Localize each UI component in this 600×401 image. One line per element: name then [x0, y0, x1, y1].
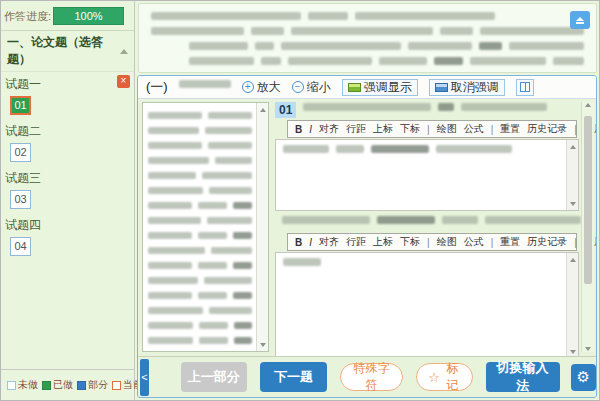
question-intro-text: [151, 12, 584, 65]
switch-ime-button[interactable]: 切换输入法: [486, 362, 560, 392]
zoom-in-button[interactable]: + 放大: [242, 79, 281, 96]
highlight-icon: [348, 83, 361, 92]
scroll-up-icon[interactable]: [582, 103, 594, 107]
editor-tool[interactable]: 上标: [373, 122, 393, 136]
redacted-segment: [215, 157, 252, 164]
editor-tool[interactable]: I: [309, 237, 312, 248]
redacted-segment: [151, 27, 244, 35]
redacted-text-line: [148, 125, 252, 136]
question-item-04[interactable]: 04: [10, 237, 31, 256]
redacted-segment: [207, 217, 252, 224]
editor-tool[interactable]: I: [309, 124, 312, 135]
redacted-text-line: [148, 230, 252, 241]
collapse-caret-icon[interactable]: [120, 49, 128, 54]
question-item-01[interactable]: 01: [10, 96, 31, 115]
legend-item-partial: 部分: [77, 378, 108, 392]
editor-tool[interactable]: 上标: [373, 235, 393, 249]
editor-tool[interactable]: B: [295, 124, 302, 135]
toolbar-separator: |: [427, 124, 430, 135]
redacted-segment: [202, 172, 252, 179]
answer-title-row: 01: [275, 101, 579, 119]
editor-tool[interactable]: 公式: [464, 235, 484, 249]
progress-bar: 100%: [53, 7, 124, 25]
redacted-segment: [148, 262, 192, 269]
question-group-title: 试题一: [5, 77, 41, 91]
answer-editor-1[interactable]: [275, 139, 579, 211]
editor-tool[interactable]: 历史记录: [527, 122, 567, 136]
star-icon: ☆: [428, 370, 440, 385]
editor-tool[interactable]: 重置: [500, 235, 520, 249]
editor-tool[interactable]: 对齐: [319, 235, 339, 249]
mark-button[interactable]: ☆ 标记: [416, 363, 472, 391]
answer-editor-2[interactable]: [275, 252, 579, 359]
redacted-segment: [255, 42, 275, 50]
redacted-segment: [204, 277, 252, 284]
unhighlight-icon: [435, 83, 448, 92]
panel-scrollbar[interactable]: [581, 102, 594, 352]
scroll-down-icon[interactable]: [567, 198, 578, 209]
unhighlight-button[interactable]: 取消强调: [429, 79, 505, 96]
scroll-down-icon[interactable]: [257, 339, 268, 350]
editor-tool[interactable]: 行距: [346, 235, 366, 249]
collapse-intro-button[interactable]: [570, 11, 590, 29]
list-scrollbar[interactable]: [256, 103, 268, 351]
question-groups: 试题一×01试题二02试题三03试题四04: [1, 72, 134, 256]
redacted-text-line: [148, 320, 252, 331]
section-header[interactable]: 一、论文题（选答题）: [1, 30, 134, 72]
editor-tool[interactable]: 绘图: [437, 122, 457, 136]
scroll-up-icon[interactable]: [257, 104, 268, 115]
scroll-up-icon[interactable]: [567, 254, 578, 265]
redacted-toolbar-label: [179, 80, 231, 95]
redacted-segment: [198, 262, 227, 269]
question-group-label: 试题四: [1, 213, 134, 235]
editor-tool[interactable]: 重置: [500, 122, 520, 136]
toolbar-separator: |: [574, 124, 577, 135]
redacted-segment: [205, 127, 252, 134]
editor-tool[interactable]: 历史记录: [527, 235, 567, 249]
redacted-text-line: [148, 110, 252, 121]
redacted-segment: [199, 322, 227, 329]
editor-toolbar-2: BI对齐行距上标下标|绘图公式|重置历史记录|全屏 字数: 1: [287, 233, 577, 251]
redacted-segment: [148, 217, 201, 224]
editor-scrollbar[interactable]: [566, 140, 578, 210]
collapse-sidebar-button[interactable]: <: [140, 359, 149, 396]
editor-scrollbar[interactable]: [566, 253, 578, 358]
editor-tool[interactable]: 对齐: [319, 122, 339, 136]
redacted-segment: [148, 127, 199, 134]
settings-button[interactable]: ⚙: [571, 364, 596, 391]
editor-tool[interactable]: B: [295, 237, 302, 248]
highlight-button[interactable]: 强调显示: [342, 79, 418, 96]
split-view-button[interactable]: [516, 79, 534, 96]
zoom-out-button[interactable]: − 缩小: [292, 79, 331, 96]
question-group-label: 试题二: [1, 119, 134, 141]
section-title: 一、论文题（选答题）: [7, 34, 120, 68]
source-list-panel[interactable]: [142, 102, 269, 352]
redacted-text-line: [148, 335, 252, 346]
redacted-text-line: [148, 140, 252, 151]
editor-tool[interactable]: 绘图: [437, 235, 457, 249]
scroll-up-icon[interactable]: [567, 141, 578, 152]
redacted-segment: [553, 57, 584, 65]
special-chars-button[interactable]: 特殊字符: [340, 363, 403, 391]
scrollbar-thumb[interactable]: [584, 116, 592, 284]
redacted-segment: [379, 57, 427, 65]
main-toolbar: (一) + 放大 − 缩小 强调显示 取消强调: [138, 76, 596, 99]
editor-tool[interactable]: 公式: [464, 122, 484, 136]
toolbar-separator: |: [574, 237, 577, 248]
question-item-02[interactable]: 02: [10, 143, 31, 162]
editor-tool[interactable]: 下标: [400, 235, 420, 249]
redacted-segment: [480, 27, 584, 35]
redacted-text-line: [179, 80, 231, 88]
sub-question-2-text: [277, 217, 579, 230]
editor-tools: BI对齐行距上标下标|绘图公式|重置历史记录|全屏: [295, 235, 597, 249]
prev-part-button[interactable]: 上一部分: [181, 362, 247, 392]
question-item-03[interactable]: 03: [10, 190, 31, 209]
editor-tool[interactable]: 行距: [346, 122, 366, 136]
close-question-button[interactable]: ×: [117, 75, 130, 88]
zoom-in-label: 放大: [257, 79, 281, 96]
redacted-segment: [233, 232, 252, 239]
editor-tool[interactable]: 下标: [400, 122, 420, 136]
next-question-button[interactable]: 下一题: [260, 362, 327, 392]
scroll-down-icon[interactable]: [582, 347, 594, 351]
question-group-label: 试题三: [1, 166, 134, 188]
